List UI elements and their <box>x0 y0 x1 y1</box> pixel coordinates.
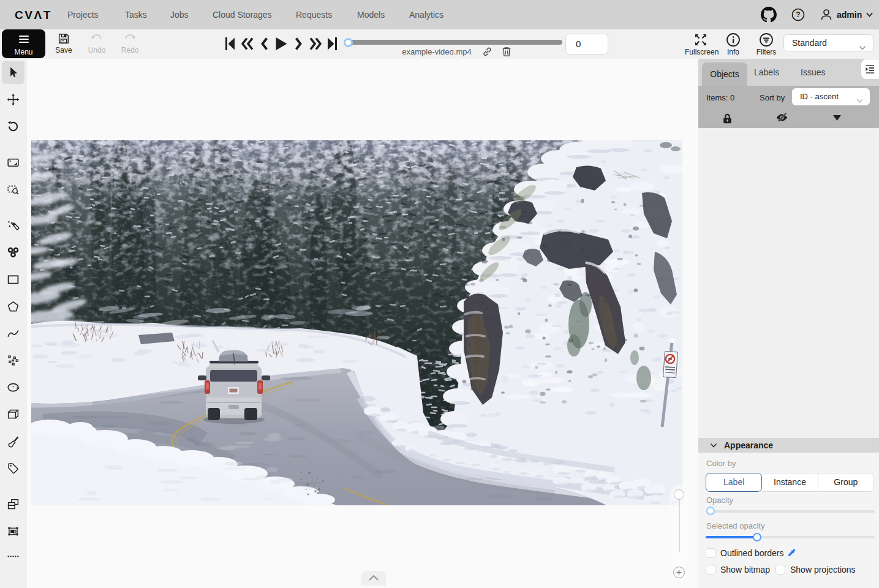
svg-text:?: ? <box>796 10 800 19</box>
